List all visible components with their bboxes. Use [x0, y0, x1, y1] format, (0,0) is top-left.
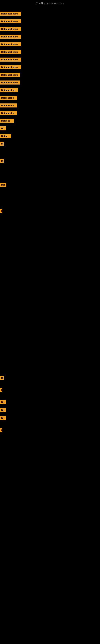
bottleneck-result-button[interactable]: Bo [0, 408, 6, 412]
bottleneck-result-button[interactable]: Bottleneck resu [0, 73, 20, 77]
bottleneck-result-button[interactable]: Bottleneck resu [0, 50, 21, 54]
bottleneck-result-button[interactable]: Bottleneck resu [0, 80, 20, 84]
bottleneck-result-button[interactable]: Bottleneck r [0, 96, 17, 100]
bottleneck-result-button[interactable]: Bottleneck resu [0, 34, 21, 39]
bottleneck-result-button[interactable]: Bo [0, 416, 6, 420]
bottleneck-result-button[interactable]: Bottleneck resu [0, 42, 21, 46]
bottleneck-result-button[interactable]: Bottle [0, 134, 11, 138]
bottleneck-result-button[interactable]: I [0, 209, 2, 213]
bottleneck-result-button[interactable]: Bottleneck r [0, 111, 17, 115]
bottleneck-result-button[interactable]: Bo [0, 400, 6, 404]
bottleneck-result-button[interactable]: Bottleneck r [0, 104, 17, 108]
bottleneck-result-button[interactable]: Bottleneck resu [0, 65, 21, 69]
bottleneck-result-button[interactable]: Bo [0, 126, 6, 130]
bottleneck-result-button[interactable]: B [0, 142, 3, 146]
bottleneck-result-button[interactable]: I [0, 388, 2, 392]
bottleneck-result-button[interactable]: Bottleneck resu [0, 12, 21, 16]
bottleneck-result-button[interactable]: I [0, 428, 2, 432]
bottleneck-result-button[interactable]: Bottleneck re [0, 88, 18, 92]
site-title: TheBottlenecker.com [0, 0, 100, 6]
bottleneck-result-button[interactable]: Bot [0, 183, 6, 187]
bottleneck-result-button[interactable]: Bottlene [0, 119, 14, 123]
bottleneck-result-button[interactable]: Bottleneck resu [0, 58, 21, 62]
bottleneck-result-button[interactable]: B [0, 159, 3, 163]
bottleneck-result-button[interactable]: Bottleneck resu [0, 19, 21, 23]
bottleneck-result-button[interactable]: B [0, 376, 3, 380]
bottleneck-result-button[interactable]: Bottleneck resu [0, 27, 21, 31]
